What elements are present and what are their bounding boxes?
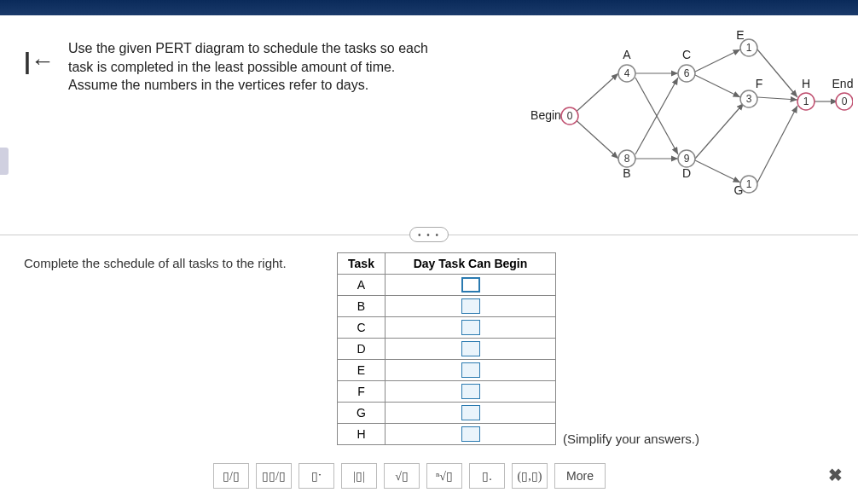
day-cell: [386, 317, 556, 339]
answer-input-G[interactable]: [461, 405, 480, 420]
tool-ordered-pair[interactable]: (▯,▯): [512, 463, 548, 489]
content-area: |← Use the given PERT diagram to schedul…: [0, 15, 858, 504]
question-line: Use the given PERT diagram to schedule t…: [68, 39, 495, 58]
svg-line-9: [757, 49, 797, 97]
answer-input-H[interactable]: [461, 426, 480, 442]
table-row: E: [338, 360, 556, 381]
tool-abs[interactable]: |▯|: [341, 463, 377, 489]
node-D-value: 9: [684, 153, 690, 165]
question-text: Use the given PERT diagram to schedule t…: [68, 39, 495, 95]
svg-line-7: [695, 75, 740, 97]
expand-pill[interactable]: • • •: [409, 227, 449, 242]
answer-input-D[interactable]: [461, 341, 480, 356]
answer-input-E[interactable]: [461, 362, 480, 378]
task-cell: D: [338, 339, 386, 360]
day-cell: [386, 360, 556, 381]
math-toolbar: ▯/▯ ▯▯/▯ ▯ˑ |▯| √▯ ⁿ√▯ ▯. (▯,▯) More: [213, 463, 606, 489]
label-B: B: [623, 166, 630, 180]
table-row: B: [338, 296, 556, 317]
node-H-value: 1: [803, 96, 809, 107]
task-cell: H: [338, 424, 386, 445]
task-cell: F: [338, 381, 386, 403]
table-row: D: [338, 339, 556, 360]
label-D: D: [682, 166, 691, 180]
node-E-value: 1: [746, 42, 752, 54]
answer-input-B[interactable]: [461, 298, 480, 314]
close-button[interactable]: ✖: [828, 465, 843, 485]
table-row: F: [338, 381, 556, 403]
question-line: task is completed in the least possible …: [68, 58, 495, 77]
schedule-instruction: Complete the schedule of all tasks to th…: [24, 256, 314, 270]
label-A: A: [623, 48, 631, 61]
header-task: Task: [338, 253, 386, 275]
table-row: A: [338, 275, 556, 296]
begin-label: Begin: [530, 108, 561, 122]
svg-line-13: [695, 103, 744, 159]
tool-sqrt[interactable]: √▯: [384, 463, 420, 489]
day-cell: [386, 296, 556, 317]
svg-line-8: [695, 160, 740, 182]
label-F: F: [756, 77, 763, 90]
table-row: H: [338, 424, 556, 445]
day-cell: [386, 381, 556, 403]
label-H: H: [802, 77, 810, 90]
answer-input-A[interactable]: [461, 277, 480, 293]
tool-power[interactable]: ▯ˑ: [299, 463, 334, 489]
tool-mixed[interactable]: ▯▯/▯: [256, 463, 292, 489]
svg-line-11: [757, 106, 797, 182]
svg-line-6: [695, 49, 740, 72]
node-begin-value: 0: [567, 110, 573, 122]
answer-input-C[interactable]: [461, 320, 480, 335]
window-title-bar: [0, 0, 858, 15]
task-cell: G: [338, 403, 386, 424]
table-row: C: [338, 317, 556, 339]
task-cell: E: [338, 360, 386, 381]
label-E: E: [736, 31, 744, 42]
simplify-note: (Simplify your answers.): [563, 432, 699, 446]
schedule-table: Task Day Task Can Begin ABCDEFGH: [337, 252, 556, 445]
node-B-value: 8: [624, 153, 630, 165]
pert-diagram: Begin 0 A 4 B 8 C 6 D 9 E 1 F: [529, 31, 853, 201]
node-end-value: 0: [842, 96, 848, 107]
label-C: C: [682, 48, 691, 61]
task-cell: B: [338, 296, 386, 317]
svg-line-1: [571, 116, 618, 159]
svg-line-10: [757, 97, 797, 100]
table-row: G: [338, 403, 556, 424]
task-cell: A: [338, 275, 386, 296]
day-cell: [386, 275, 556, 296]
tool-subscript[interactable]: ▯.: [469, 463, 505, 489]
svg-line-0: [571, 73, 618, 116]
task-cell: C: [338, 317, 386, 339]
end-label: End: [832, 77, 853, 90]
node-G-value: 1: [746, 178, 752, 190]
tool-nroot[interactable]: ⁿ√▯: [426, 463, 462, 489]
day-cell: [386, 339, 556, 360]
node-F-value: 3: [746, 93, 752, 105]
node-A-value: 4: [624, 67, 630, 79]
day-cell: [386, 424, 556, 445]
tool-fraction[interactable]: ▯/▯: [213, 463, 249, 489]
node-C-value: 6: [684, 67, 690, 79]
header-day: Day Task Can Begin: [386, 253, 556, 275]
question-line: Assume the numbers in the vertices refer…: [68, 76, 495, 95]
left-panel-tab[interactable]: [0, 148, 9, 175]
back-button[interactable]: |←: [24, 48, 55, 75]
answer-input-F[interactable]: [461, 384, 480, 399]
tool-more[interactable]: More: [554, 463, 606, 489]
day-cell: [386, 403, 556, 424]
